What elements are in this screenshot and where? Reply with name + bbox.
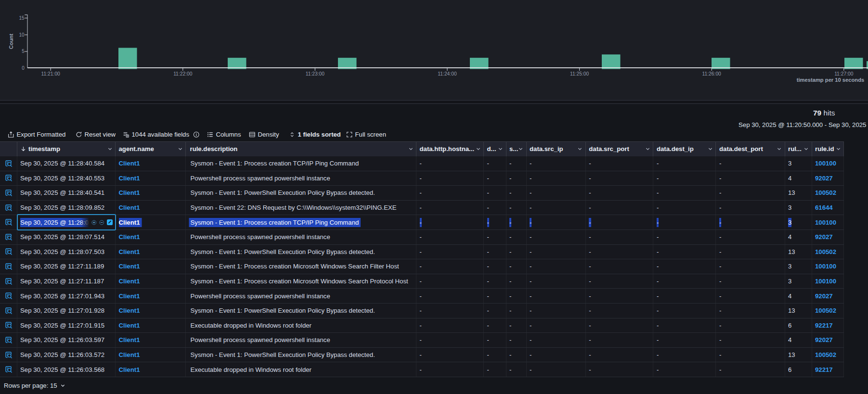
svg-text:11:21:00: 11:21:00 bbox=[41, 71, 61, 76]
svg-text:11:22:00: 11:22:00 bbox=[173, 71, 193, 76]
svg-text:11:25:00: 11:25:00 bbox=[570, 71, 589, 76]
svg-text:15: 15 bbox=[19, 15, 25, 21]
svg-text:5: 5 bbox=[22, 49, 25, 54]
svg-text:timestamp per 10 seconds: timestamp per 10 seconds bbox=[797, 77, 865, 83]
svg-text:11:27:00: 11:27:00 bbox=[834, 71, 854, 76]
svg-text:Count: Count bbox=[8, 34, 14, 49]
svg-text:10: 10 bbox=[19, 32, 25, 38]
svg-text:0: 0 bbox=[22, 65, 25, 71]
svg-text:11:26:00: 11:26:00 bbox=[702, 71, 722, 76]
svg-text:11:24:00: 11:24:00 bbox=[438, 71, 457, 76]
svg-text:11:23:00: 11:23:00 bbox=[306, 71, 325, 76]
